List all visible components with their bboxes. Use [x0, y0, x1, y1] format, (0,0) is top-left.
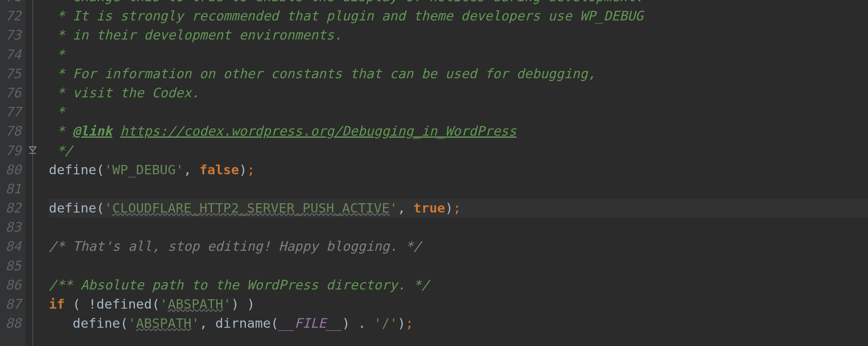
code-line[interactable]: if ( !defined('ABSPATH') )	[49, 295, 868, 314]
code-token: false	[200, 162, 239, 177]
fold-guide-line	[32, 0, 33, 346]
code-token: ) )	[231, 296, 255, 312]
line-number[interactable]: 81	[0, 179, 21, 199]
code-token: ,	[183, 162, 199, 177]
code-token: * Change this to true to enable the disp…	[49, 0, 643, 4]
code-token: '	[160, 296, 168, 312]
code-token: ,	[397, 200, 413, 216]
code-token: '	[192, 315, 200, 331]
line-number-gutter[interactable]: 717273747576777879808182838485868788	[0, 0, 25, 346]
code-token: * For information on other constants tha…	[49, 66, 596, 81]
code-token: true	[414, 200, 445, 216]
line-number[interactable]: 84	[0, 237, 21, 256]
code-line[interactable]	[49, 218, 868, 237]
line-number[interactable]: 78	[0, 122, 21, 141]
code-area[interactable]: * Change this to true to enable the disp…	[49, 0, 868, 346]
code-token: ) .	[342, 315, 374, 331]
code-token	[112, 123, 120, 139]
code-token: /* That's all, stop editing! Happy blogg…	[49, 238, 421, 254]
code-editor[interactable]: 717273747576777879808182838485868788 * C…	[0, 0, 868, 346]
line-number[interactable]: 75	[0, 64, 21, 83]
line-number[interactable]: 77	[0, 102, 21, 122]
code-token: * It is strongly recommended that plugin…	[49, 8, 643, 23]
line-number[interactable]: 72	[0, 6, 21, 26]
code-token: if	[49, 296, 65, 312]
line-number[interactable]: 74	[0, 45, 21, 64]
code-token: __FILE__	[279, 315, 342, 331]
code-line[interactable]: *	[49, 102, 868, 122]
code-token: , dirname(	[200, 315, 279, 331]
code-token: 'WP_DEBUG'	[104, 162, 184, 177]
code-line[interactable]: *	[49, 45, 868, 64]
code-token: '	[390, 200, 398, 216]
code-token: '	[128, 315, 136, 331]
code-line[interactable]: * Change this to true to enable the disp…	[49, 0, 868, 6]
code-line[interactable]: * @link https://codex.wordpress.org/Debu…	[49, 122, 868, 141]
code-token: '	[223, 296, 231, 312]
code-token: ;	[453, 200, 461, 216]
code-token: ;	[406, 315, 414, 331]
code-token: '/'	[374, 315, 397, 331]
code-line[interactable]: * It is strongly recommended that plugin…	[49, 6, 868, 26]
code-token: CLOUDFLARE_HTTP2_SERVER_PUSH_ACTIVE	[112, 200, 389, 216]
line-number[interactable]: 73	[0, 26, 21, 45]
line-number[interactable]: 71	[0, 0, 21, 6]
code-token: define(	[49, 200, 104, 216]
code-token: *	[49, 123, 73, 139]
code-line[interactable]: /** Absolute path to the WordPress direc…	[49, 275, 868, 295]
code-line[interactable]: * For information on other constants tha…	[49, 64, 868, 83]
code-line[interactable]: */	[49, 141, 868, 160]
line-number[interactable]: 76	[0, 83, 21, 102]
code-token: '	[104, 200, 113, 216]
line-number[interactable]: 82	[0, 199, 21, 218]
line-number[interactable]: 88	[0, 314, 21, 333]
code-token: ( !defined(	[65, 296, 160, 312]
code-line[interactable]: define('WP_DEBUG', false);	[49, 160, 868, 179]
line-number[interactable]: 87	[0, 295, 21, 314]
code-token: *	[49, 104, 65, 119]
code-token: )	[445, 200, 453, 216]
code-token: https://codex.wordpress.org/Debugging_in…	[120, 123, 516, 139]
code-token: * in their development environments.	[49, 27, 342, 43]
code-token: ;	[247, 162, 255, 177]
line-number[interactable]: 85	[0, 256, 21, 275]
code-token: )	[397, 315, 406, 331]
code-token: /** Absolute path to the WordPress direc…	[49, 277, 429, 292]
code-token: define(	[49, 315, 128, 331]
code-token: ABSPATH	[136, 315, 192, 331]
code-token: define(	[49, 162, 104, 177]
code-token: *	[49, 47, 65, 62]
code-line[interactable]: * in their development environments.	[49, 26, 868, 45]
code-token: */	[49, 143, 73, 158]
line-number[interactable]: 86	[0, 275, 21, 295]
fold-column[interactable]	[25, 0, 49, 346]
line-number[interactable]: 79	[0, 141, 21, 160]
code-token: * visit the Codex.	[49, 85, 200, 100]
line-number[interactable]: 83	[0, 218, 21, 237]
code-line[interactable]: define('ABSPATH', dirname(__FILE__) . '/…	[49, 314, 868, 333]
code-token: ABSPATH	[168, 296, 223, 312]
code-token: @link	[73, 123, 112, 139]
code-line[interactable]: /* That's all, stop editing! Happy blogg…	[49, 237, 868, 256]
code-line[interactable]	[49, 179, 868, 199]
code-token: )	[239, 162, 247, 177]
code-line[interactable]	[49, 256, 868, 275]
code-line[interactable]: define('CLOUDFLARE_HTTP2_SERVER_PUSH_ACT…	[49, 199, 868, 218]
code-line[interactable]: * visit the Codex.	[49, 83, 868, 102]
line-number[interactable]: 80	[0, 160, 21, 179]
fold-end-icon[interactable]	[28, 145, 37, 155]
